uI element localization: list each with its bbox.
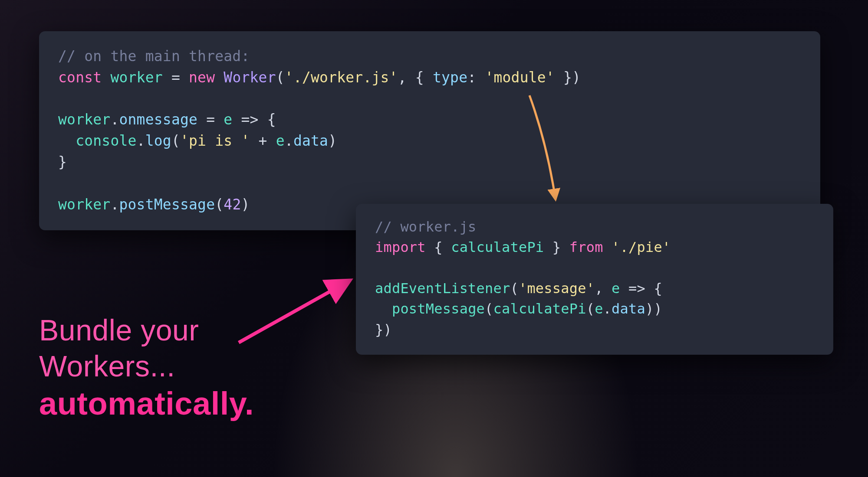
str-module: 'module': [485, 69, 555, 86]
code-comment: // worker.js: [375, 219, 477, 235]
punc: +: [250, 132, 276, 149]
space: [603, 239, 612, 255]
num-42: 42: [224, 196, 241, 213]
prop-data: data: [293, 132, 328, 149]
str-path: './worker.js': [285, 69, 398, 86]
punc: ,: [595, 280, 612, 297]
var-calculatepi: calculatePi: [451, 239, 544, 255]
kw-import: import: [375, 239, 426, 255]
punc: }: [58, 154, 67, 170]
punc: .: [110, 196, 119, 213]
prop-log: log: [145, 132, 171, 149]
var-calculatepi: calculatePi: [493, 301, 586, 317]
punc: , {: [398, 69, 433, 86]
punc: :: [467, 69, 485, 86]
str-pi: 'pi is ': [180, 132, 250, 149]
var-e: e: [224, 111, 232, 128]
punc: =: [163, 69, 189, 86]
punc: .: [137, 132, 145, 149]
punc: (: [215, 196, 224, 213]
code-comment: // on the main thread:: [58, 48, 250, 65]
caption-line3: automatically.: [39, 384, 254, 423]
punc: (: [510, 280, 518, 297]
punc: {: [426, 239, 451, 255]
punc: (: [586, 301, 595, 317]
punc: (: [485, 301, 493, 317]
prop-onmessage: onmessage: [119, 111, 197, 128]
var-console: console: [76, 132, 136, 149]
punc: }): [555, 69, 581, 86]
var-addeventlistener: addEventListener: [375, 280, 510, 297]
prop-type: type: [433, 69, 467, 86]
caption-line1: Bundle your: [39, 312, 254, 348]
punc: }: [544, 239, 569, 255]
punc: .: [603, 301, 612, 317]
var-worker: worker: [58, 111, 110, 128]
var-worker: worker: [110, 69, 162, 86]
indent: [375, 301, 392, 317]
punc: .: [285, 132, 293, 149]
kw-const: const: [58, 69, 102, 86]
punc: )): [645, 301, 662, 317]
punc: (: [276, 69, 285, 86]
var-worker: worker: [58, 196, 110, 213]
punc: ): [241, 196, 250, 213]
prop-postmessage: postMessage: [119, 196, 215, 213]
var-e: e: [612, 280, 620, 297]
class-worker: Worker: [224, 69, 276, 86]
kw-from: from: [569, 239, 603, 255]
caption-line2: Workers...: [39, 348, 254, 384]
indent: [58, 132, 76, 149]
var-e: e: [595, 301, 603, 317]
prop-data: data: [612, 301, 645, 317]
punc: .: [110, 111, 119, 128]
punc: => {: [232, 111, 276, 128]
punc: ): [328, 132, 337, 149]
var-postmessage: postMessage: [392, 301, 485, 317]
str-pie: './pie': [612, 239, 671, 255]
caption: Bundle your Workers... automatically.: [39, 312, 254, 423]
punc: => {: [620, 280, 662, 297]
code-block-main-thread: // on the main thread: const worker = ne…: [39, 31, 820, 230]
punc: (: [171, 132, 180, 149]
str-message: 'message': [519, 280, 595, 297]
kw-new: new: [189, 69, 215, 86]
punc: =: [197, 111, 224, 128]
punc: }): [375, 321, 392, 338]
code-block-worker: // worker.js import { calculatePi } from…: [356, 204, 833, 355]
var-e: e: [276, 132, 285, 149]
